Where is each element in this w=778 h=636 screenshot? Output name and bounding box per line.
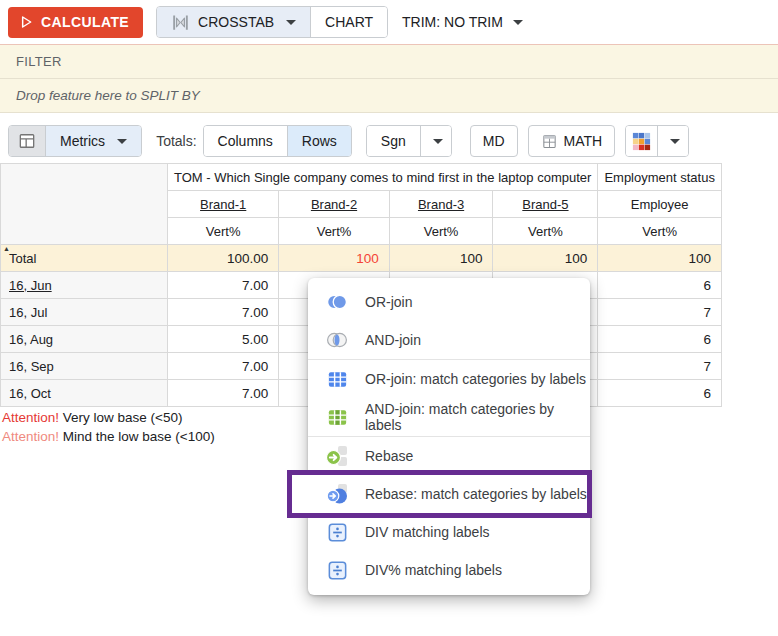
top-toolbar: CALCULATE CROSSTAB CHART TRIM: NO TRIM — [0, 0, 778, 44]
color-grid-icon — [632, 132, 651, 151]
split-by-dropzone[interactable]: Drop feature here to SPLIT BY — [0, 78, 778, 113]
sort-indicator-icon: ▲ — [3, 245, 10, 252]
chevron-down-icon — [117, 139, 127, 144]
metric-header: Vert% — [168, 218, 279, 245]
column-header-brand-2[interactable]: Brand-2 — [279, 191, 389, 218]
trim-label: TRIM: NO TRIM — [402, 14, 503, 30]
filter-bar[interactable]: FILTER — [0, 44, 778, 78]
row-label-16-oct: 16, Oct — [1, 380, 168, 407]
value-cell: 6 — [598, 380, 722, 407]
sgn-split-button: Sgn — [366, 125, 452, 157]
metrics-group: Metrics — [8, 125, 142, 157]
value-cell: 100.00 — [168, 245, 279, 272]
value-cell: 7.00 — [168, 380, 279, 407]
total-row: ▲ Total 100.00 100 100 100 100 — [1, 245, 722, 272]
chevron-down-icon — [670, 139, 680, 144]
join-context-menu: OR-join AND-join OR-join: match categori… — [308, 278, 590, 595]
chevron-down-icon — [286, 20, 296, 25]
value-cell: 7.00 — [168, 299, 279, 326]
menu-item-rebase-match[interactable]: Rebase: match categories by labels — [308, 475, 590, 513]
corner-cell — [1, 164, 168, 245]
column-header-brand-1[interactable]: Brand-1 — [168, 191, 279, 218]
metrics-label: Metrics — [60, 133, 105, 149]
venn-and-icon — [325, 328, 349, 352]
table-layout-icon — [17, 131, 37, 151]
divide-icon — [325, 520, 349, 544]
math-icon — [541, 133, 558, 150]
md-button[interactable]: MD — [470, 125, 518, 157]
attention-prefix: Attention! — [2, 429, 59, 444]
layout-button[interactable] — [9, 126, 45, 156]
attention-note-mind-base: Attention! Mind the low base (<100) — [2, 427, 215, 446]
chart-label: CHART — [325, 14, 373, 30]
color-map-button[interactable] — [626, 126, 657, 156]
value-cell: 100 — [598, 245, 722, 272]
sgn-label: Sgn — [381, 133, 406, 149]
view-switcher: CROSSTAB CHART — [156, 6, 388, 38]
totals-toggle-group: Columns Rows — [203, 125, 352, 157]
value-cell-alert: 100 — [279, 245, 389, 272]
column-header-employee: Employee — [598, 191, 722, 218]
calculate-button[interactable]: CALCULATE — [8, 7, 143, 38]
color-map-dropdown-button[interactable] — [657, 126, 688, 156]
metric-header: Vert% — [389, 218, 493, 245]
trim-dropdown[interactable]: TRIM: NO TRIM — [402, 14, 523, 30]
play-icon — [18, 14, 34, 30]
metric-header: Vert% — [493, 218, 598, 245]
math-button[interactable]: MATH — [528, 125, 616, 157]
venn-or-icon — [325, 290, 349, 314]
attention-prefix: Attention! — [2, 410, 59, 425]
menu-item-label: OR-join — [365, 294, 412, 310]
crosstab-label: CROSSTAB — [198, 14, 274, 30]
menu-item-label: DIV% matching labels — [365, 562, 502, 578]
filter-label: FILTER — [16, 54, 62, 69]
rows-label: Rows — [302, 133, 337, 149]
menu-item-div-matching[interactable]: DIV matching labels — [308, 513, 590, 551]
math-label: MATH — [564, 133, 603, 149]
grid-green-icon — [325, 405, 349, 429]
value-cell: 7 — [598, 353, 722, 380]
row-label-16-jun[interactable]: 16, Jun — [1, 272, 168, 299]
attention-notes: Attention! Very low base (<50) Attention… — [2, 408, 215, 446]
columns-label: Columns — [218, 133, 273, 149]
column-header-brand-3[interactable]: Brand-3 — [389, 191, 493, 218]
menu-item-label: AND-join — [365, 332, 421, 348]
split-by-placeholder: Drop feature here to SPLIT BY — [16, 88, 200, 103]
md-label: MD — [483, 133, 505, 149]
rebase-icon — [325, 444, 349, 468]
totals-columns-button[interactable]: Columns — [204, 126, 287, 156]
menu-item-label: AND-join: match categories by labels — [365, 401, 590, 433]
menu-item-label: DIV matching labels — [365, 524, 490, 540]
metric-header: Vert% — [598, 218, 722, 245]
chart-button[interactable]: CHART — [310, 7, 387, 37]
menu-item-or-join-match[interactable]: OR-join: match categories by labels — [308, 360, 590, 398]
row-label-16-sep: 16, Sep — [1, 353, 168, 380]
totals-rows-button[interactable]: Rows — [287, 126, 351, 156]
metrics-dropdown[interactable]: Metrics — [45, 126, 141, 156]
attention-note-low-base: Attention! Very low base (<50) — [2, 408, 215, 427]
value-cell: 7.00 — [168, 353, 279, 380]
totals-label: Totals: — [156, 133, 196, 149]
grid-blue-icon — [325, 367, 349, 391]
calculate-label: CALCULATE — [41, 14, 129, 30]
sgn-dropdown-button[interactable] — [420, 126, 451, 156]
value-cell: 6 — [598, 272, 722, 299]
menu-item-or-join[interactable]: OR-join — [308, 283, 590, 321]
menu-item-div-percent-matching[interactable]: DIV% matching labels — [308, 551, 590, 589]
metric-header: Vert% — [279, 218, 389, 245]
menu-item-and-join-match[interactable]: AND-join: match categories by labels — [308, 398, 590, 436]
sgn-button[interactable]: Sgn — [367, 126, 420, 156]
value-cell: 7.00 — [168, 272, 279, 299]
divide-icon — [325, 558, 349, 582]
chevron-down-icon — [513, 20, 523, 25]
crosstab-button[interactable]: CROSSTAB — [157, 7, 310, 37]
value-cell: 100 — [493, 245, 598, 272]
total-label-cell: ▲ Total — [1, 245, 168, 272]
row-label-16-jul: 16, Jul — [1, 299, 168, 326]
column-header-brand-5[interactable]: Brand-5 — [493, 191, 598, 218]
chevron-down-icon — [433, 139, 443, 144]
value-cell: 5.00 — [168, 326, 279, 353]
value-cell: 6 — [598, 326, 722, 353]
metrics-toolbar: Metrics Totals: Columns Rows Sgn MD — [0, 119, 778, 163]
menu-item-and-join[interactable]: AND-join — [308, 321, 590, 359]
